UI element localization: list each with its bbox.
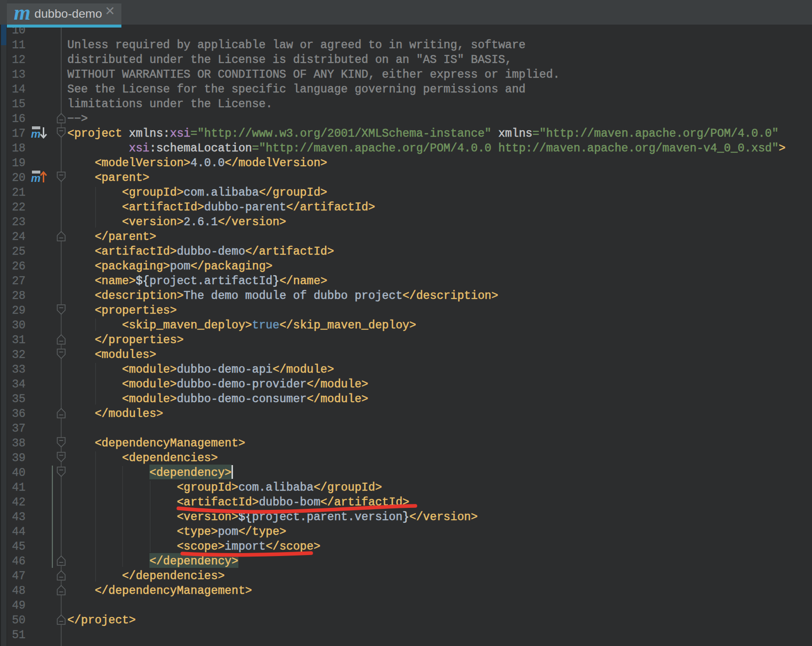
- svg-text:m: m: [31, 128, 41, 140]
- svg-text:m: m: [31, 172, 41, 184]
